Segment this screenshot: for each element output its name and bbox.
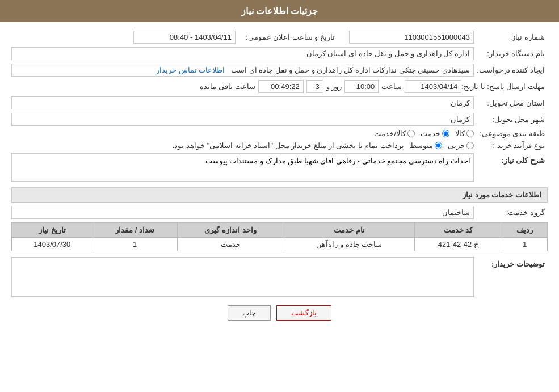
- cell-code: ج-42-42-421: [415, 238, 502, 251]
- buttons-row: بازگشت چاپ: [11, 305, 548, 321]
- sharh-textarea[interactable]: احداث راه دسترسی مجتمع خدماتی - رفاهی آق…: [11, 153, 474, 182]
- cell-name: ساخت جاده و راه‌آهن: [284, 238, 415, 251]
- col-vahed: واحد اندازه گیری: [177, 223, 284, 238]
- noye-option-motavas: متوسط: [410, 141, 442, 150]
- tarikh-label: تاریخ و ساعت اعلان عمومی:: [236, 33, 338, 41]
- noye-jozi-label: جزیی: [448, 141, 465, 150]
- noye-radio-jozi[interactable]: [466, 142, 474, 149]
- page-wrapper: جزئیات اطلاعات نیاز شماره نیاز: 11030015…: [0, 0, 559, 392]
- row-shahr: شهر محل تحویل: کرمان: [11, 113, 548, 126]
- tabaqe-kala-khadamat-label: کالا/خدمت: [374, 129, 406, 138]
- row-mohlat: مهلت ارسال پاسخ: تا تاریخ: 1403/04/14 سا…: [11, 80, 548, 93]
- mohlat-label: مهلت ارسال پاسخ: تا تاریخ:: [461, 82, 548, 91]
- row-sharh: شرح کلی نیاز: احداث راه دسترسی مجتمع خدم…: [11, 153, 548, 182]
- service-table-body: 1 ج-42-42-421 ساخت جاده و راه‌آهن خدمت 1…: [12, 238, 548, 251]
- table-header-row: ردیف کد خدمت نام خدمت واحد اندازه گیری ت…: [12, 223, 548, 238]
- col-tarikh: تاریخ نیاز: [12, 223, 93, 238]
- row-name-darghah: نام دستگاه خریدار: اداره کل راهداری و حم…: [11, 47, 548, 60]
- tabaqe-radio-khadamat[interactable]: [442, 130, 449, 137]
- khadamat-header: اطلاعات خدمات مورد نیاز: [11, 187, 548, 203]
- tabaqe-khadamat-label: خدمت: [421, 129, 440, 138]
- tozihat-textarea[interactable]: [11, 257, 474, 297]
- ijad-link[interactable]: اطلاعات تماس خریدار: [156, 66, 225, 74]
- shahr-value: کرمان: [11, 113, 474, 126]
- noye-option-jozi: جزیی: [448, 141, 474, 150]
- ijad-label: ایجاد کننده درخواست:: [474, 66, 548, 74]
- row-grohe: گروه خدمت: ساختمان: [11, 206, 548, 219]
- row-tabaqe: طبقه بندی موضوعی: کالا خدمت کالا/خدمت: [11, 129, 548, 138]
- grohe-label: گروه خدمت:: [474, 208, 548, 217]
- tabaqe-option-kala: کالا: [455, 129, 474, 138]
- noye-radio-group: جزیی متوسط پرداخت تمام یا بخشی از مبلغ خ…: [11, 141, 474, 150]
- service-table-head: ردیف کد خدمت نام خدمت واحد اندازه گیری ت…: [12, 223, 548, 238]
- name-darghah-value: اداره کل راهداری و حمل و نقل جاده ای است…: [11, 47, 474, 60]
- mohlat-roz-label: روز و: [326, 82, 342, 91]
- cell-tarikh: 1403/07/30: [12, 238, 93, 251]
- col-radif: ردیف: [502, 223, 548, 238]
- cell-tedad: 1: [93, 238, 177, 251]
- mohlat-baqi-label: ساعت باقی مانده: [200, 82, 255, 91]
- noye-note: پرداخت تمام یا بخشی از مبلغ خریداز محل "…: [11, 141, 404, 150]
- mohlat-baqi-value: 00:49:22: [258, 80, 304, 93]
- shahr-label: شهر محل تحویل:: [474, 115, 548, 124]
- ostan-value: کرمان: [11, 96, 474, 109]
- tabaqe-kala-label: کالا: [455, 129, 465, 138]
- tabaqe-radio-kala[interactable]: [466, 130, 474, 137]
- row-tozihat: توضیحات خریدار:: [11, 257, 548, 297]
- ijad-value: سیدهادی حسینی جتکی ندارکات اداره کل راهد…: [11, 64, 474, 77]
- page-header: جزئیات اطلاعات نیاز: [0, 0, 559, 22]
- content-area: شماره نیاز: 1103001551000043 تاریخ و ساع…: [0, 22, 559, 329]
- shomara-label: شماره نیاز:: [474, 33, 548, 41]
- header-title: جزئیات اطلاعات نیاز: [241, 6, 318, 16]
- ijad-text: سیدهادی حسینی جتکی ندارکات اداره کل راهد…: [231, 66, 470, 74]
- sharh-label: شرح کلی نیاز:: [474, 153, 548, 165]
- col-name: نام خدمت: [284, 223, 415, 238]
- tarikh-value: 1403/04/11 - 08:40: [133, 31, 236, 44]
- noye-motavas-label: متوسط: [410, 141, 433, 150]
- back-button[interactable]: بازگشت: [276, 305, 331, 321]
- mohlat-saat-label: ساعت: [381, 82, 402, 91]
- row-shomara-tarikh: شماره نیاز: 1103001551000043 تاریخ و ساع…: [11, 31, 548, 44]
- tabaqe-option-kala-khadamat: کالا/خدمت: [374, 129, 415, 138]
- row-ostan: استان محل تحویل: کرمان: [11, 96, 548, 109]
- tabaqe-option-khadamat: خدمت: [421, 129, 449, 138]
- row-ijad: ایجاد کننده درخواست: سیدهادی حسینی جتکی …: [11, 64, 548, 77]
- shomara-value: 1103001551000043: [349, 31, 474, 44]
- tabaqe-radio-kala-khadamat[interactable]: [407, 130, 415, 137]
- col-code: کد خدمت: [415, 223, 502, 238]
- print-button[interactable]: چاپ: [228, 305, 271, 321]
- name-darghah-label: نام دستگاه خریدار:: [474, 49, 548, 58]
- tabaqe-radio-group: کالا خدمت کالا/خدمت: [11, 129, 474, 138]
- service-table: ردیف کد خدمت نام خدمت واحد اندازه گیری ت…: [11, 222, 548, 251]
- grohe-value: ساختمان: [11, 206, 474, 219]
- tozihat-label: توضیحات خریدار:: [474, 257, 548, 268]
- ostan-label: استان محل تحویل:: [474, 99, 548, 107]
- noye-label: نوع فرآیند خرید :: [474, 141, 548, 150]
- table-row: 1 ج-42-42-421 ساخت جاده و راه‌آهن خدمت 1…: [12, 238, 548, 251]
- row-noye: نوع فرآیند خرید : جزیی متوسط پرداخت تمام…: [11, 141, 548, 150]
- mohlat-date: 1403/04/14: [405, 80, 461, 93]
- cell-vahed: خدمت: [177, 238, 284, 251]
- tabaqe-label: طبقه بندی موضوعی:: [474, 129, 548, 138]
- cell-radif: 1: [502, 238, 548, 251]
- noye-radio-motavas[interactable]: [435, 142, 442, 149]
- col-tedad: تعداد / مقدار: [93, 223, 177, 238]
- mohlat-saat-value: 10:00: [344, 80, 379, 93]
- mohlat-roz-value: 3: [306, 80, 323, 93]
